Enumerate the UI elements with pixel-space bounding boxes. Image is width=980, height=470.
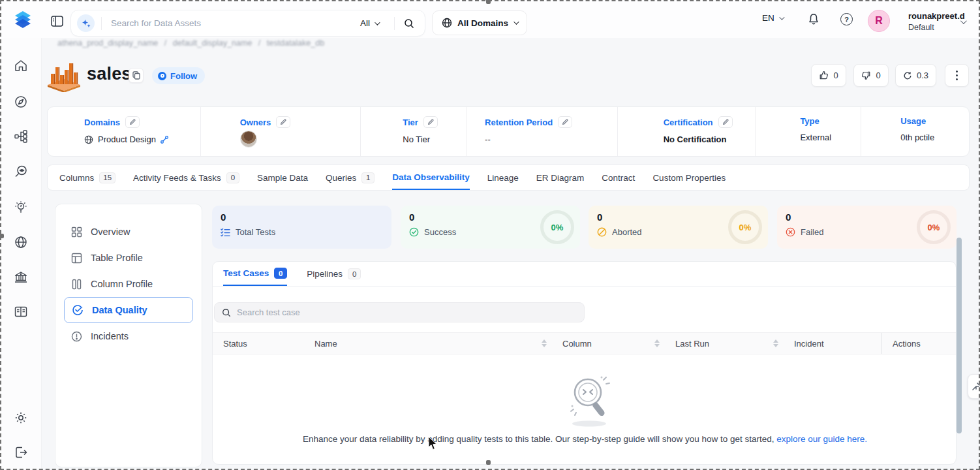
tab-count: 1: [361, 172, 375, 183]
tier-value: No Tier: [403, 134, 430, 144]
meta-field-type: Type External: [756, 107, 861, 156]
glossary-book-icon[interactable]: [14, 305, 28, 319]
column-header-last-run[interactable]: Last Run: [665, 333, 784, 354]
tab-sample-data[interactable]: Sample Data: [257, 165, 308, 190]
sort-icon[interactable]: [542, 339, 547, 347]
global-search-placeholder[interactable]: Search for Data Assets: [111, 18, 360, 28]
insights-bulb-icon[interactable]: [14, 200, 28, 214]
search-icon[interactable]: [404, 18, 414, 29]
summary-card-total-tests: 0 Total Tests: [212, 206, 391, 249]
chevron-down-icon: [779, 14, 784, 20]
search-icon: [222, 308, 231, 317]
nav-item-table-profile[interactable]: Table Profile: [64, 245, 193, 271]
globe-icon: [442, 18, 452, 28]
logout-icon[interactable]: [14, 445, 28, 460]
subtab-pipelines[interactable]: Pipelines 0: [307, 262, 361, 286]
ban-circle-icon: [597, 227, 607, 237]
type-label: Type: [800, 116, 819, 126]
sidebar-toggle-icon[interactable]: [51, 16, 63, 27]
column-header-column[interactable]: Column: [552, 333, 665, 354]
column-header-label: Actions: [893, 339, 921, 349]
edit-tier-button[interactable]: [423, 116, 438, 128]
edit-domains-button[interactable]: [125, 116, 140, 128]
upvote-button[interactable]: 0: [811, 64, 846, 87]
meta-field-usage: Usage 0th pctile: [861, 107, 969, 156]
capture-handle: [486, 0, 491, 4]
settings-gear-icon[interactable]: [14, 411, 28, 425]
language-dropdown[interactable]: EN: [762, 13, 783, 23]
retention-period-value: --: [485, 134, 491, 144]
tab-contract[interactable]: Contract: [602, 165, 635, 190]
nav-item-overview[interactable]: Overview: [64, 219, 193, 245]
copy-link-button[interactable]: [129, 68, 144, 83]
tab-queries[interactable]: Queries 1: [326, 165, 375, 190]
breadcrumb-item[interactable]: testdatalake_db: [267, 39, 324, 48]
kebab-menu-icon: [956, 70, 958, 80]
column-header-incident[interactable]: Incident: [784, 333, 881, 354]
entity-tabs: Columns 15 Activity Feeds & Tasks 0 Samp…: [47, 164, 970, 191]
checklist-icon: [221, 228, 230, 237]
follow-button[interactable]: Follow: [152, 67, 205, 84]
search-scope-dropdown[interactable]: All: [360, 18, 378, 28]
explore-compass-icon[interactable]: [14, 95, 28, 109]
column-header-actions: Actions: [881, 333, 957, 354]
sort-icon[interactable]: [654, 339, 660, 347]
owner-avatar[interactable]: [240, 131, 257, 148]
search-scope-label: All: [360, 18, 370, 28]
column-header-label: Column: [562, 339, 592, 349]
help-icon[interactable]: ?: [840, 13, 853, 25]
test-case-table-header: Status Name Column Last Run Incident Act…: [213, 332, 957, 354]
nav-item-data-quality[interactable]: Data Quality: [64, 297, 193, 323]
explore-guide-link[interactable]: explore our guide here.: [776, 434, 867, 444]
subtab-label: Pipelines: [307, 269, 343, 279]
tier-label: Tier: [403, 118, 418, 127]
app-logo-icon[interactable]: [12, 8, 34, 31]
tab-label: Lineage: [487, 173, 519, 183]
data-quality-check-icon: [72, 304, 84, 316]
tab-activity-feeds[interactable]: Activity Feeds & Tasks 0: [133, 165, 239, 190]
governance-bank-icon[interactable]: [14, 270, 28, 285]
tab-er-diagram[interactable]: ER Diagram: [536, 165, 585, 190]
lineage-flow-icon[interactable]: [14, 129, 28, 144]
downvote-button[interactable]: 0: [853, 64, 889, 87]
domains-label: Domains: [84, 118, 120, 127]
subtab-test-cases[interactable]: Test Cases 0: [223, 262, 287, 286]
column-header-name[interactable]: Name: [304, 333, 552, 354]
edit-owners-button[interactable]: [276, 116, 290, 128]
test-cases-panel: Test Cases 0 Pipelines 0 Search test cas…: [212, 261, 957, 465]
global-search-bar[interactable]: Search for Data Assets All: [70, 10, 425, 37]
user-menu[interactable]: rounakpreet.d Default: [908, 11, 965, 33]
test-case-search-input[interactable]: Search test case: [214, 302, 585, 322]
edit-certification-button[interactable]: [718, 116, 733, 128]
notifications-bell-icon[interactable]: [808, 13, 819, 25]
column-header-status[interactable]: Status: [213, 333, 304, 354]
domains-value[interactable]: Product Design: [98, 134, 156, 144]
retention-period-label: Retention Period: [485, 118, 553, 127]
nav-item-column-profile[interactable]: Column Profile: [64, 271, 193, 297]
tab-lineage[interactable]: Lineage: [487, 165, 519, 190]
breadcrumb-item[interactable]: athena_prod_display_name: [57, 39, 158, 48]
nav-item-label: Overview: [91, 227, 130, 237]
observability-search-icon[interactable]: [14, 164, 28, 179]
more-options-button[interactable]: [945, 64, 969, 87]
tab-data-observability[interactable]: Data Observability: [392, 165, 470, 190]
tab-label: Data Observability: [392, 172, 470, 182]
table-profile-icon: [71, 253, 82, 264]
meta-field-retention: Retention Period --: [467, 107, 618, 156]
user-avatar[interactable]: R: [868, 10, 890, 32]
breadcrumb[interactable]: athena_prod_display_name / default_displ…: [57, 39, 328, 48]
breadcrumb-item[interactable]: default_display_name: [173, 39, 253, 48]
tab-custom-properties[interactable]: Custom Properties: [652, 165, 726, 190]
vertical-scrollbar[interactable]: [957, 238, 962, 433]
ai-sparkle-icon[interactable]: [77, 14, 95, 32]
domains-globe-icon[interactable]: [14, 235, 28, 249]
divider: [101, 17, 102, 30]
tab-columns[interactable]: Columns 15: [59, 165, 115, 190]
edit-retention-button[interactable]: [558, 116, 572, 128]
all-domains-dropdown[interactable]: All Domains: [432, 10, 527, 35]
nav-item-incidents[interactable]: Incidents: [64, 323, 193, 349]
collapse-panel-handle[interactable]: [968, 374, 980, 399]
sort-icon[interactable]: [773, 339, 778, 347]
version-button[interactable]: 0.3: [895, 64, 936, 87]
home-icon[interactable]: [14, 59, 28, 73]
